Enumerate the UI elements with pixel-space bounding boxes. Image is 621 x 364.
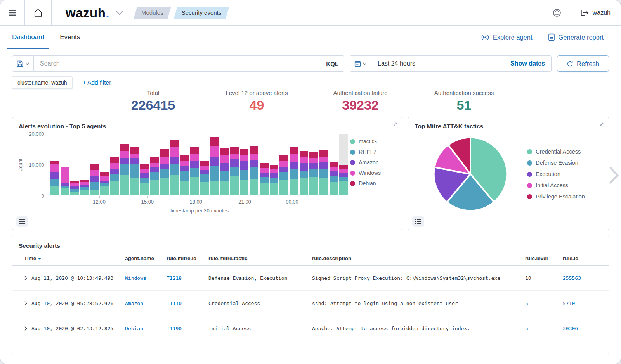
bar-stack xyxy=(150,157,159,195)
bar-segment-macos xyxy=(110,181,119,195)
bar-segment-macos xyxy=(240,180,249,195)
cell-link[interactable]: 30306 xyxy=(563,326,609,331)
bar-segment-windows xyxy=(140,169,149,173)
tabs-bar: Dashboard Events Explore agent Generate … xyxy=(0,26,621,49)
x-tick-label: 00:00 xyxy=(286,199,298,205)
explore-agent-label: Explore agent xyxy=(493,34,533,41)
bar-stack xyxy=(190,147,199,196)
expand-row-button[interactable] xyxy=(24,276,28,281)
legend-item-execution[interactable]: Execution xyxy=(527,171,601,177)
legend-label: Execution xyxy=(536,171,560,177)
column-header-rule-mitre-id: rule.mitre.id xyxy=(167,255,208,261)
x-tick-mark xyxy=(292,196,292,198)
bar-stack xyxy=(300,151,309,195)
user-menu[interactable]: wazuh xyxy=(570,0,621,25)
legend-toggle-button[interactable] xyxy=(412,216,424,227)
generate-report-button[interactable]: Generate report xyxy=(548,33,604,41)
y-tick-label: 10,000 xyxy=(29,162,44,168)
search-row: KQL Last 24 hours Show dates Refresh xyxy=(12,55,609,72)
cell-link[interactable]: 5710 xyxy=(563,300,609,306)
legend-toggle-button[interactable] xyxy=(16,216,28,227)
filter-pill-cluster-name[interactable]: cluster.name: wazuh xyxy=(12,76,73,89)
cell-link[interactable]: Amazon xyxy=(125,300,167,306)
cell-link[interactable]: T1110 xyxy=(167,300,208,306)
bar-segment-rhel7 xyxy=(309,169,318,176)
x-axis-label: timestamp per 30 minutes xyxy=(49,208,350,214)
plot-area xyxy=(49,134,349,196)
legend-item-initial-access[interactable]: Initial Access xyxy=(527,182,601,188)
bar-segment-rhel7 xyxy=(120,164,129,175)
legend-item-credential-access[interactable]: Credential Access xyxy=(527,148,601,155)
time-cell: Aug 10, 2020 @ 05:28:52.926 xyxy=(24,300,125,306)
legend-item-privilege-escalation[interactable]: Privilege Escalation xyxy=(527,193,601,200)
search-input[interactable] xyxy=(39,60,326,67)
bar-slot-0 xyxy=(50,134,59,195)
bar-segment-rhel7 xyxy=(270,178,279,183)
quick-select-button[interactable] xyxy=(350,56,371,71)
legend-item-rhel7[interactable]: RHEL7 xyxy=(350,149,396,155)
legend-item-macos[interactable]: macOS xyxy=(350,138,396,145)
legend-item-amazon[interactable]: Amazon xyxy=(350,159,396,166)
refresh-button[interactable]: Refresh xyxy=(557,55,609,72)
next-page-chevron[interactable] xyxy=(609,166,619,186)
cell-link[interactable]: T1218 xyxy=(167,275,208,281)
bar-segment-windows xyxy=(319,157,328,162)
cell-link[interactable]: T1190 xyxy=(167,326,208,331)
cell-link[interactable]: Debian xyxy=(125,326,167,331)
bar-segment-debian xyxy=(210,137,219,146)
expand-icon[interactable] xyxy=(598,122,604,129)
expand-row-button[interactable] xyxy=(24,301,28,306)
health-check-button[interactable] xyxy=(544,0,570,25)
bar-segment-rhel7 xyxy=(130,164,139,178)
bar-segment-macos xyxy=(61,188,69,195)
bar-segment-debian xyxy=(50,161,59,164)
bar-segment-windows xyxy=(240,155,249,162)
bar-plot: timestamp per 30 minutes 12:0015:0018:00… xyxy=(49,133,350,215)
expand-row-button[interactable] xyxy=(24,326,28,331)
time-range-value[interactable]: Last 24 hours xyxy=(371,60,415,67)
legend-dot xyxy=(527,194,532,199)
bar-slot-14 xyxy=(190,134,199,195)
breadcrumb-security-events[interactable]: Security events xyxy=(174,7,229,19)
home-button[interactable] xyxy=(25,0,52,25)
legend-item-debian[interactable]: Debian xyxy=(350,180,396,186)
add-filter-button[interactable]: + Add filter xyxy=(83,79,111,86)
bar-segment-rhel7 xyxy=(300,171,309,179)
cell-link[interactable]: 255563 xyxy=(563,275,609,281)
sort-desc-icon xyxy=(38,258,41,260)
kql-toggle[interactable]: KQL xyxy=(326,60,338,67)
bar-segment-debian xyxy=(140,164,149,169)
pie-chart: Credential AccessDefense EvasionExecutio… xyxy=(415,131,602,214)
tab-events[interactable]: Events xyxy=(60,26,80,49)
x-tick-mark xyxy=(99,196,100,198)
bar-slot-9 xyxy=(140,134,149,195)
menu-button[interactable] xyxy=(0,0,25,25)
cell: 10 xyxy=(525,275,563,281)
list-icon xyxy=(19,219,25,224)
tab-dashboard[interactable]: Dashboard xyxy=(12,26,44,49)
legend-item-defense-evasion[interactable]: Defense Evasion xyxy=(527,160,601,166)
bar-stack xyxy=(309,152,318,196)
app-switcher-chevron[interactable] xyxy=(116,10,123,15)
bar-segment-amazon xyxy=(90,176,99,182)
bar-segment-windows xyxy=(190,154,199,161)
legend-dot xyxy=(527,160,532,166)
bar-segment-debian xyxy=(90,164,99,170)
wazuh-logo[interactable]: wazuh. xyxy=(66,7,123,19)
top-bar: wazuh. ModulesSecurity events wazuh xyxy=(0,0,621,26)
cell-link[interactable]: Windows xyxy=(125,275,167,281)
bar-stack xyxy=(61,167,69,195)
legend-label: Initial Access xyxy=(536,182,568,188)
breadcrumb-modules[interactable]: Modules xyxy=(134,7,171,19)
bar-segment-amazon xyxy=(190,161,199,168)
legend-item-windows[interactable]: Windows xyxy=(350,170,396,176)
bar-stack xyxy=(170,140,179,195)
bar-segment-debian xyxy=(200,161,209,166)
show-dates-button[interactable]: Show dates xyxy=(510,60,551,67)
explore-agent-button[interactable]: Explore agent xyxy=(481,33,533,41)
column-header-time[interactable]: Time xyxy=(24,255,125,261)
save-query-button[interactable] xyxy=(12,55,34,72)
bar-slot-16 xyxy=(210,134,219,195)
bar-stack xyxy=(50,161,59,195)
expand-icon[interactable] xyxy=(392,122,398,129)
